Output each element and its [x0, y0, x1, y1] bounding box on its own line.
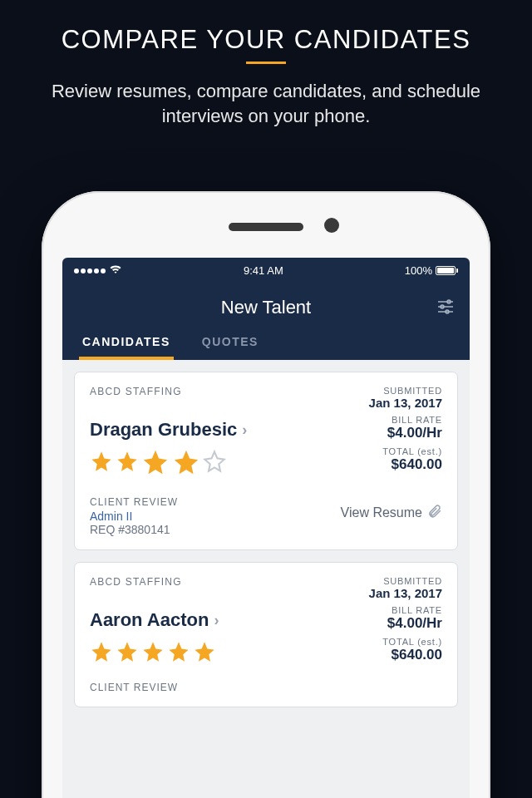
- hero-subtitle: Review resumes, compare candidates, and …: [33, 79, 499, 128]
- candidate-card[interactable]: ABCD STAFFING SUBMITTED Jan 13, 2017 Dra…: [74, 372, 458, 550]
- star-icon: [90, 450, 113, 481]
- star-icon: [193, 640, 216, 667]
- status-label: CLIENT REVIEW: [90, 682, 369, 693]
- battery-icon: [436, 266, 458, 275]
- submitted-label: SUBMITTED: [369, 576, 442, 586]
- phone-frame: 9:41 AM 100% New Talent: [42, 191, 490, 798]
- hero-title: COMPARE YOUR CANDIDATES: [33, 25, 499, 55]
- attachment-icon: [427, 504, 442, 522]
- total-value: $640.00: [341, 456, 442, 473]
- nav-bar: New Talent CANDIDATES QUOTES: [62, 283, 470, 360]
- req-label: REQ #3880141: [90, 523, 341, 536]
- rating-stars[interactable]: [90, 450, 341, 481]
- tab-candidates[interactable]: CANDIDATES: [79, 335, 174, 360]
- tab-quotes[interactable]: QUOTES: [199, 335, 262, 360]
- star-icon: [90, 640, 113, 667]
- bill-rate: $4.00/Hr: [369, 615, 442, 632]
- tab-bar: CANDIDATES QUOTES: [62, 335, 470, 360]
- billrate-label: BILL RATE: [341, 415, 442, 425]
- status-bar: 9:41 AM 100%: [62, 258, 470, 283]
- wifi-icon: [109, 264, 122, 277]
- submitted-date: Jan 13, 2017: [369, 586, 442, 600]
- status-time: 9:41 AM: [244, 264, 283, 277]
- agency-label: ABCD STAFFING: [90, 576, 369, 600]
- total-label: TOTAL (est.): [341, 446, 442, 456]
- submitted-label: SUBMITTED: [341, 386, 442, 396]
- star-icon: [141, 450, 170, 481]
- battery-percent: 100%: [405, 264, 432, 277]
- submitted-date: Jan 13, 2017: [341, 396, 442, 410]
- status-label: CLIENT REVIEW: [90, 496, 341, 508]
- total-value: $640.00: [369, 647, 442, 663]
- candidate-card[interactable]: ABCD STAFFING SUBMITTED Jan 13, 2017 Aar…: [74, 562, 458, 707]
- star-icon: [141, 640, 165, 667]
- hero-underline: [246, 62, 286, 64]
- chevron-right-icon: ›: [242, 421, 247, 439]
- bill-rate: $4.00/Hr: [341, 425, 442, 441]
- candidate-name[interactable]: Aaron Aacton ›: [90, 608, 369, 632]
- star-icon: [116, 450, 139, 481]
- signal-icon: [74, 268, 106, 273]
- star-icon: [167, 640, 190, 667]
- total-label: TOTAL (est.): [369, 637, 442, 647]
- page-title: New Talent: [62, 297, 470, 318]
- role-label: Admin II: [90, 510, 341, 523]
- hero-section: COMPARE YOUR CANDIDATES Review resumes, …: [0, 0, 532, 145]
- view-resume-link[interactable]: View Resume: [341, 490, 442, 536]
- rating-stars[interactable]: [90, 640, 369, 667]
- star-icon: [203, 450, 226, 481]
- phone-screen: 9:41 AM 100% New Talent: [62, 258, 470, 798]
- star-icon: [172, 450, 200, 481]
- star-icon: [116, 640, 139, 667]
- chevron-right-icon: ›: [214, 612, 219, 629]
- agency-label: ABCD STAFFING: [90, 386, 341, 410]
- candidate-name[interactable]: Dragan Grubesic ›: [90, 418, 341, 441]
- filter-icon[interactable]: [436, 298, 455, 318]
- card-list: ABCD STAFFING SUBMITTED Jan 13, 2017 Dra…: [62, 360, 470, 798]
- billrate-label: BILL RATE: [369, 605, 442, 615]
